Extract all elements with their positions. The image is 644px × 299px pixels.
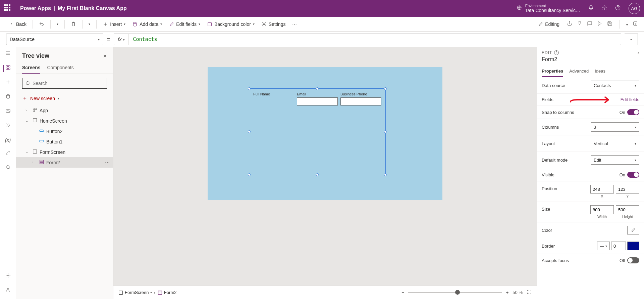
resize-handle[interactable]	[384, 173, 387, 176]
tree-node-formscreen[interactable]: ⌄ FormScreen	[16, 147, 113, 157]
app-name: Power Apps	[20, 5, 51, 11]
zoom-slider[interactable]	[408, 292, 502, 293]
tab-properties[interactable]: Properties	[542, 66, 563, 77]
background-color-button[interactable]: Background color ▾	[204, 19, 257, 29]
data-source-select[interactable]: Contacts▾	[591, 81, 639, 90]
border-color-picker[interactable]	[627, 242, 639, 250]
tab-components[interactable]: Components	[47, 62, 73, 74]
tree-node-form2[interactable]: › Form2 ⋯	[16, 157, 113, 168]
info-icon[interactable]: ?	[554, 50, 559, 55]
search-input[interactable]	[33, 81, 104, 86]
email-input[interactable]	[297, 97, 338, 105]
comments-icon[interactable]	[587, 21, 592, 28]
help-icon[interactable]	[615, 5, 621, 12]
notifications-icon[interactable]	[588, 5, 594, 12]
back-button[interactable]: Back	[6, 19, 29, 29]
zoom-in-button[interactable]: +	[506, 290, 509, 295]
resize-handle[interactable]	[248, 130, 251, 133]
data-rail-icon[interactable]	[5, 94, 11, 101]
app-header: Power Apps | My First Blank Canvas App E…	[0, 0, 644, 17]
tab-screens[interactable]: Screens	[22, 62, 40, 74]
settings-button[interactable]: Settings	[259, 19, 288, 29]
hamburger-icon[interactable]	[5, 50, 11, 57]
more-button[interactable]: ⋯	[289, 19, 300, 29]
search-rail-icon[interactable]	[5, 165, 11, 172]
settings-rail-icon[interactable]	[5, 273, 11, 280]
tab-ideas[interactable]: Ideas	[595, 66, 605, 77]
screen-preview[interactable]: Full Name Email Business Phone	[208, 67, 442, 200]
tree-node-button2[interactable]: Button2	[16, 126, 113, 136]
checker-icon[interactable]	[577, 21, 582, 28]
position-x-input[interactable]	[590, 185, 614, 194]
border-width-input[interactable]	[611, 242, 626, 250]
tree-node-homescreen[interactable]: ⌄ HomeScreen	[16, 116, 113, 126]
environment-picker[interactable]: Environment Tata Consultancy Servic…	[517, 4, 580, 13]
form2-control[interactable]: Full Name Email Business Phone	[249, 88, 386, 175]
tree-node-app[interactable]: › App	[16, 105, 113, 116]
user-avatar[interactable]: AG	[629, 3, 640, 14]
resize-handle[interactable]	[248, 173, 251, 176]
virtual-agent-icon[interactable]	[5, 287, 11, 294]
columns-select[interactable]: 3▾	[591, 122, 639, 132]
canvas-footer: FormScreen ▾ › Form2 − + 50 %	[113, 286, 537, 299]
field-phone: Business Phone	[340, 92, 381, 105]
media-rail-icon[interactable]	[5, 108, 11, 115]
formula-expand-button[interactable]: ▾	[625, 34, 638, 45]
breadcrumb-screen[interactable]: FormScreen ▾	[118, 290, 152, 295]
preview-icon[interactable]	[597, 21, 602, 28]
tools-rail-icon[interactable]	[5, 150, 11, 157]
svg-rect-15	[33, 108, 35, 110]
resize-handle[interactable]	[316, 87, 319, 90]
tree-search[interactable]	[22, 78, 107, 89]
resize-handle[interactable]	[316, 173, 319, 176]
resize-handle[interactable]	[248, 87, 251, 90]
flows-rail-icon[interactable]	[5, 123, 11, 130]
default-mode-select[interactable]: Edit▾	[591, 155, 639, 165]
more-icon[interactable]: ⋯	[105, 160, 110, 165]
border-style-select[interactable]: — ▾	[597, 242, 610, 250]
share-icon[interactable]	[567, 21, 572, 28]
snap-toggle[interactable]	[627, 109, 639, 115]
variables-rail-icon[interactable]: (x)	[5, 137, 11, 143]
height-input[interactable]	[616, 205, 639, 214]
paste-dropdown[interactable]: ▾	[86, 20, 93, 28]
color-picker[interactable]	[627, 226, 639, 234]
formula-input[interactable]: fx▾ Contacts	[114, 34, 621, 45]
undo-button[interactable]	[36, 19, 47, 29]
chevron-down-icon: ⌄	[25, 150, 30, 154]
settings-icon[interactable]	[602, 5, 607, 12]
save-icon[interactable]	[607, 21, 612, 28]
tree-view-icon[interactable]	[3, 65, 11, 72]
equals-sign: =	[107, 36, 110, 43]
insert-button[interactable]: Insert ▾	[100, 19, 128, 29]
zoom-out-button[interactable]: −	[401, 290, 404, 295]
save-dropdown[interactable]: ▾	[626, 21, 628, 27]
resize-handle[interactable]	[384, 87, 387, 90]
edit-fields-link[interactable]: Edit fields	[621, 97, 639, 102]
resize-handle[interactable]	[384, 130, 387, 133]
fit-to-window-icon[interactable]	[527, 289, 532, 296]
close-tree-icon[interactable]: ✕	[103, 53, 107, 59]
publish-icon[interactable]	[633, 21, 638, 28]
expand-panel-icon[interactable]: ›	[638, 50, 639, 55]
app-launcher-icon[interactable]	[4, 4, 12, 12]
breadcrumb-form[interactable]: Form2	[157, 290, 177, 295]
accepts-focus-toggle[interactable]	[627, 257, 639, 263]
tree-node-button1[interactable]: Button1	[16, 136, 113, 147]
position-y-input[interactable]	[616, 185, 639, 194]
property-selector[interactable]: DataSource ▾	[6, 34, 103, 45]
layout-select[interactable]: Vertical▾	[591, 139, 639, 148]
visible-toggle[interactable]	[627, 172, 639, 178]
undo-dropdown[interactable]: ▾	[54, 20, 61, 28]
editing-mode-button[interactable]: Editing	[535, 19, 562, 29]
width-input[interactable]	[590, 205, 614, 214]
new-screen-button[interactable]: ＋ New screen ▾	[16, 93, 113, 104]
paste-button[interactable]	[68, 19, 79, 29]
edit-fields-button[interactable]: Edit fields ▾	[166, 19, 203, 29]
formula-bar: DataSource ▾ = fx▾ Contacts ▾	[0, 32, 644, 47]
properties-panel: EDIT ? › Form2 Properties Advanced Ideas…	[537, 47, 644, 299]
add-data-button[interactable]: Add data ▾	[129, 19, 165, 29]
tab-advanced[interactable]: Advanced	[569, 66, 589, 77]
phone-input[interactable]	[340, 97, 381, 105]
insert-rail-icon[interactable]	[5, 79, 11, 86]
